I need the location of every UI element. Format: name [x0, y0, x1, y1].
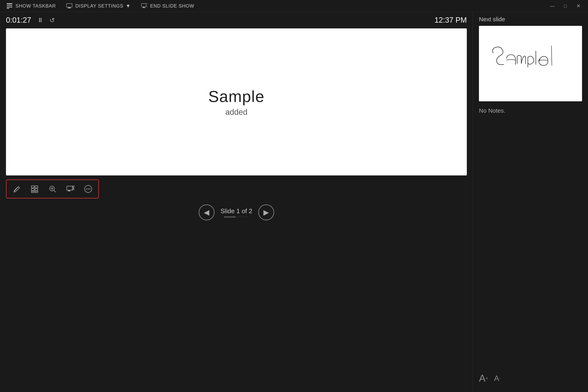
show-taskbar-label: SHOW TASKBAR: [15, 3, 56, 9]
minimize-button[interactable]: —: [549, 2, 556, 10]
display-settings-arrow: ▼: [126, 3, 131, 9]
svg-rect-3: [7, 8, 9, 9]
prev-slide-button[interactable]: ◀: [199, 204, 215, 220]
svg-rect-17: [35, 188, 38, 190]
show-taskbar-button[interactable]: SHOW TASKBAR: [6, 2, 56, 10]
svg-rect-34: [479, 30, 582, 97]
svg-line-21: [54, 190, 56, 192]
slide-progress: [224, 216, 249, 218]
right-panel: Next slide: [473, 12, 588, 392]
svg-rect-0: [7, 3, 12, 4]
reset-button[interactable]: ↺: [49, 16, 55, 24]
slide-indicator: Slide 1 of 2: [220, 208, 252, 218]
slide-grid-button[interactable]: [27, 182, 41, 196]
next-slide-button[interactable]: ▶: [258, 204, 274, 220]
svg-rect-24: [67, 186, 72, 190]
pen-tool-button[interactable]: [10, 182, 24, 196]
svg-rect-8: [143, 7, 145, 8]
black-screen-button[interactable]: [63, 182, 77, 196]
navigation-bar: ◀ Slide 1 of 2 ▶: [6, 204, 467, 224]
slide-subtitle: added: [225, 108, 247, 117]
pause-button[interactable]: ⏸: [37, 16, 43, 24]
clock-display: 12:37 PM: [435, 16, 467, 24]
taskbar-icon: [6, 2, 13, 10]
svg-rect-5: [68, 7, 70, 8]
svg-rect-16: [31, 188, 34, 190]
slide-indicator-text: Slide 1 of 2: [220, 208, 252, 215]
close-button[interactable]: ✕: [575, 2, 582, 10]
svg-rect-19: [35, 191, 38, 192]
presenter-panel: 0:01:27 ⏸ ↺ 12:37 PM Sample added: [0, 12, 473, 392]
svg-rect-1: [7, 5, 12, 6]
svg-rect-6: [67, 8, 71, 8]
svg-rect-15: [35, 186, 38, 188]
tools-box: [6, 180, 99, 198]
progress-dot-1: [224, 216, 236, 218]
font-decrease-button[interactable]: A-: [494, 374, 500, 383]
svg-rect-4: [66, 4, 72, 7]
svg-rect-18: [31, 191, 34, 192]
timer-bar: 0:01:27 ⏸ ↺ 12:37 PM: [6, 16, 467, 24]
prev-arrow: ◀: [204, 208, 209, 216]
progress-dot-2: [237, 216, 249, 218]
next-arrow: ▶: [263, 208, 269, 216]
window-controls: — □ ✕: [549, 2, 582, 10]
notes-label: No Notes.: [479, 107, 582, 114]
svg-point-31: [86, 188, 87, 190]
svg-rect-7: [141, 4, 146, 7]
svg-rect-14: [31, 186, 34, 188]
display-settings-button[interactable]: DISPLAY SETTINGS ▼: [66, 2, 131, 10]
font-increase-button[interactable]: A+: [479, 372, 488, 384]
timer-display: 0:01:27: [6, 16, 31, 24]
svg-point-32: [88, 188, 89, 190]
top-toolbar: SHOW TASKBAR DISPLAY SETTINGS ▼ END SLID…: [0, 0, 588, 12]
end-slideshow-label: END SLIDE SHOW: [150, 3, 194, 9]
current-slide: Sample added: [6, 28, 467, 176]
zoom-button[interactable]: [45, 182, 59, 196]
end-slideshow-button[interactable]: END SLIDE SHOW: [141, 2, 194, 10]
svg-rect-25: [68, 190, 70, 191]
slide-tools: [6, 180, 467, 198]
svg-point-33: [89, 188, 90, 190]
svg-rect-9: [142, 8, 145, 8]
display-icon: [66, 2, 73, 10]
slide-title: Sample: [208, 88, 264, 106]
more-options-button[interactable]: [81, 182, 95, 196]
svg-rect-2: [7, 7, 12, 8]
end-slideshow-icon: [141, 2, 148, 10]
next-slide-preview: [479, 26, 582, 101]
maximize-button[interactable]: □: [562, 2, 569, 10]
display-settings-label: DISPLAY SETTINGS: [75, 3, 123, 9]
next-slide-svg: [479, 26, 582, 101]
font-controls: A+ A-: [479, 372, 582, 388]
main-area: 0:01:27 ⏸ ↺ 12:37 PM Sample added: [0, 12, 588, 392]
svg-rect-26: [67, 191, 71, 191]
next-slide-label: Next slide: [479, 16, 582, 23]
